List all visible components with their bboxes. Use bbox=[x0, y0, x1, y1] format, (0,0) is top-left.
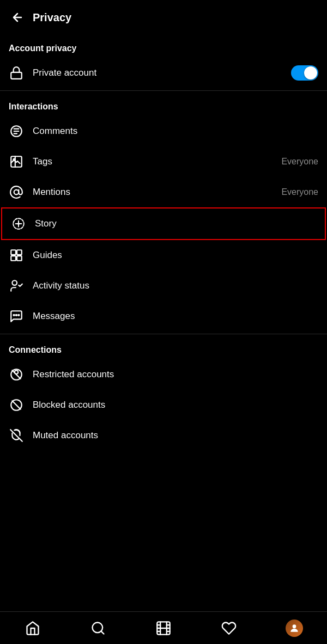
home-icon bbox=[25, 621, 40, 636]
muted-icon bbox=[9, 428, 24, 443]
svg-rect-13 bbox=[17, 250, 22, 255]
svg-rect-15 bbox=[17, 256, 22, 261]
svg-point-36 bbox=[293, 624, 296, 628]
comments-item[interactable]: Comments bbox=[0, 116, 327, 146]
page-title: Privacy bbox=[33, 11, 71, 24]
activity-icon bbox=[9, 278, 24, 293]
avatar-icon bbox=[289, 623, 300, 634]
svg-point-17 bbox=[14, 315, 15, 316]
mentions-value: Everyone bbox=[281, 187, 318, 197]
svg-point-19 bbox=[18, 315, 19, 316]
messages-icon bbox=[9, 309, 24, 324]
guides-item[interactable]: Guides bbox=[0, 240, 327, 271]
reels-icon bbox=[156, 621, 171, 636]
private-account-item[interactable]: Private account bbox=[0, 58, 327, 88]
activity-status-label: Activity status bbox=[33, 280, 318, 291]
divider-2 bbox=[0, 334, 327, 334]
interactions-label: Interactions bbox=[0, 93, 327, 116]
lock-icon bbox=[9, 65, 24, 81]
profile-avatar bbox=[286, 620, 303, 637]
svg-line-24 bbox=[12, 401, 20, 409]
private-account-toggle[interactable] bbox=[291, 65, 318, 81]
connections-label: Connections bbox=[0, 336, 327, 359]
activity-nav-item[interactable] bbox=[215, 615, 243, 642]
comment-icon bbox=[9, 124, 24, 139]
story-label: Story bbox=[35, 218, 316, 229]
account-privacy-section: Account privacy Private account bbox=[0, 35, 327, 88]
main-content: Privacy Account privacy Private account … bbox=[0, 0, 327, 489]
blocked-accounts-item[interactable]: Blocked accounts bbox=[0, 390, 327, 420]
svg-rect-12 bbox=[11, 250, 16, 255]
muted-accounts-item[interactable]: Muted accounts bbox=[0, 420, 327, 451]
mentions-item[interactable]: Mentions Everyone bbox=[0, 177, 327, 207]
story-icon bbox=[11, 216, 26, 231]
mention-icon bbox=[9, 185, 24, 200]
tags-item[interactable]: Tags Everyone bbox=[0, 146, 327, 177]
toggle-knob bbox=[304, 66, 317, 79]
restricted-icon bbox=[9, 367, 24, 382]
guides-icon bbox=[9, 248, 24, 263]
blocked-icon bbox=[9, 397, 24, 413]
svg-point-18 bbox=[16, 315, 17, 316]
mentions-label: Mentions bbox=[33, 187, 281, 198]
reels-nav-item[interactable] bbox=[150, 615, 177, 642]
tags-label: Tags bbox=[33, 156, 281, 167]
restricted-accounts-item[interactable]: Restricted accounts bbox=[0, 359, 327, 390]
blocked-accounts-label: Blocked accounts bbox=[33, 400, 318, 410]
svg-point-16 bbox=[12, 280, 17, 285]
tags-value: Everyone bbox=[281, 157, 318, 167]
muted-accounts-label: Muted accounts bbox=[33, 430, 318, 441]
search-nav-item[interactable] bbox=[84, 615, 112, 642]
divider-1 bbox=[0, 90, 327, 91]
messages-label: Messages bbox=[33, 311, 318, 322]
connections-section: Connections Restricted accounts Blocked … bbox=[0, 336, 327, 451]
tag-icon bbox=[9, 154, 24, 169]
bottom-nav bbox=[0, 611, 327, 644]
back-arrow-icon bbox=[11, 11, 24, 24]
profile-nav-item[interactable] bbox=[281, 615, 308, 642]
svg-point-5 bbox=[14, 190, 19, 195]
header: Privacy bbox=[0, 0, 327, 35]
svg-rect-14 bbox=[11, 256, 16, 261]
home-nav-item[interactable] bbox=[19, 615, 46, 642]
private-account-label: Private account bbox=[33, 68, 291, 78]
account-privacy-label: Account privacy bbox=[0, 35, 327, 58]
svg-line-27 bbox=[101, 631, 104, 634]
restricted-accounts-label: Restricted accounts bbox=[33, 369, 318, 380]
interactions-section: Interactions Comments Tags bbox=[0, 93, 327, 332]
story-item[interactable]: Story bbox=[1, 207, 326, 240]
activity-status-item[interactable]: Activity status bbox=[0, 271, 327, 301]
search-icon bbox=[90, 621, 106, 636]
messages-item[interactable]: Messages bbox=[0, 301, 327, 332]
comments-label: Comments bbox=[33, 126, 318, 137]
back-button[interactable] bbox=[9, 9, 26, 26]
svg-rect-0 bbox=[11, 72, 22, 79]
svg-point-22 bbox=[15, 370, 19, 374]
guides-label: Guides bbox=[33, 250, 318, 261]
heart-icon bbox=[221, 621, 237, 636]
